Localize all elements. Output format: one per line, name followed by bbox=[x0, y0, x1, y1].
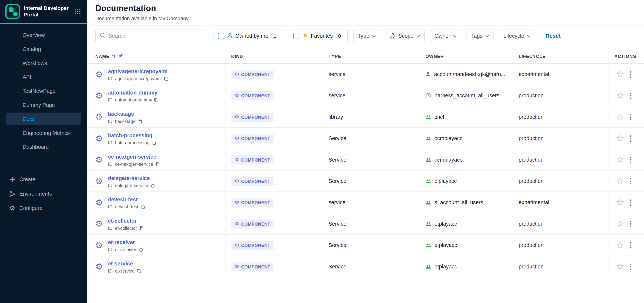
type-value: Service bbox=[328, 242, 346, 248]
favorite-star-icon[interactable] bbox=[617, 220, 624, 227]
sidebar-item-workflows[interactable]: Workflows bbox=[6, 57, 81, 69]
copy-icon[interactable] bbox=[152, 140, 156, 145]
favorite-star-icon[interactable] bbox=[617, 199, 624, 206]
sidebar-item-overview[interactable]: Overview bbox=[6, 29, 81, 41]
favorite-star-icon[interactable] bbox=[617, 156, 624, 163]
actions-cell bbox=[608, 235, 644, 255]
column-label: NAME bbox=[95, 54, 110, 59]
entity-name-link[interactable]: ce-nextgen-service bbox=[108, 154, 156, 160]
kebab-menu-icon[interactable] bbox=[630, 242, 631, 248]
filter-dropdown-type[interactable]: Type bbox=[353, 30, 380, 42]
entity-id: ID: et-receiver bbox=[108, 247, 136, 252]
sidebar-item-dummy-page[interactable]: Dummy Page bbox=[6, 99, 81, 111]
kebab-menu-icon[interactable] bbox=[630, 220, 631, 227]
kebab-menu-icon[interactable] bbox=[630, 114, 631, 120]
copy-icon[interactable] bbox=[150, 183, 154, 188]
sort-arrows-icon[interactable]: ⇅ bbox=[112, 54, 116, 59]
group-icon bbox=[426, 263, 431, 269]
owner-cell: etplayacc bbox=[420, 263, 513, 269]
favorites-checkbox[interactable] bbox=[293, 33, 300, 39]
filter-dropdown-tags[interactable]: Tags bbox=[467, 30, 494, 42]
entity-name-link[interactable]: delegate-service bbox=[108, 175, 150, 181]
favorite-star-icon[interactable] bbox=[617, 263, 624, 270]
kebab-menu-icon[interactable] bbox=[630, 92, 631, 99]
lifecycle-cell: production bbox=[513, 263, 609, 269]
favorite-star-icon[interactable] bbox=[617, 113, 624, 120]
table-row: ⚙ agnivagenericrepoyaml ID: agnivageneri… bbox=[86, 64, 644, 85]
column-label: TYPE bbox=[328, 54, 341, 59]
copy-icon[interactable] bbox=[138, 247, 143, 252]
sidebar-item-label: Environments bbox=[19, 191, 52, 197]
owner-value: account/nandeesh.gk@harn... bbox=[434, 71, 505, 77]
search-box[interactable] bbox=[95, 30, 208, 42]
favorite-star-icon[interactable] bbox=[617, 71, 624, 78]
column-header-name[interactable]: NAME ⇅ bbox=[86, 49, 226, 63]
entity-id-line: ID: delegate-service bbox=[108, 183, 154, 188]
entity-name-link[interactable]: agnivagenericrepoyaml bbox=[108, 68, 168, 74]
owner-cell: cncf bbox=[420, 114, 513, 120]
search-icon bbox=[100, 32, 106, 40]
lifecycle-value: production bbox=[519, 157, 544, 163]
copy-icon[interactable] bbox=[139, 226, 144, 230]
owner-cell: ccmplayacc bbox=[420, 135, 513, 141]
apps-grid-icon[interactable] bbox=[74, 8, 82, 16]
entity-name-link[interactable]: et-collector bbox=[108, 218, 137, 224]
pin-icon[interactable] bbox=[118, 54, 123, 59]
group-icon bbox=[426, 157, 431, 163]
sidebar-item-api[interactable]: API bbox=[6, 71, 81, 83]
table-body: ⚙ agnivagenericrepoyaml ID: agnivageneri… bbox=[86, 64, 644, 277]
copy-icon[interactable] bbox=[138, 119, 142, 124]
name-cell: ⚙ devesh-test ID: devesh-test bbox=[86, 192, 226, 213]
entity-name-link[interactable]: devesh-test bbox=[108, 196, 138, 203]
entity-name-link[interactable]: et-receiver bbox=[108, 239, 135, 245]
sidebar-item-docs[interactable]: Docs bbox=[6, 113, 81, 125]
kind-badge-label: COMPONENT bbox=[241, 243, 270, 247]
gear-icon: ⚙ bbox=[235, 136, 239, 140]
entity-name-link[interactable]: et-service bbox=[108, 261, 133, 267]
sidebar-item-create[interactable]: Create bbox=[6, 172, 81, 187]
filter-dropdown-lifecycle[interactable]: Lifecycle bbox=[499, 30, 535, 42]
name-cell: ⚙ ce-nextgen-service ID: ce-nextgen-serv… bbox=[86, 149, 226, 170]
kebab-menu-icon[interactable] bbox=[630, 263, 631, 270]
kebab-menu-icon[interactable] bbox=[630, 156, 631, 163]
filter-dropdown-owner[interactable]: Owner bbox=[430, 30, 462, 42]
copy-icon[interactable] bbox=[137, 269, 141, 273]
favorite-star-icon[interactable] bbox=[617, 92, 624, 99]
sidebar-item-catalog[interactable]: Catalog bbox=[6, 43, 81, 55]
sidebar-item-engineering-metrics[interactable]: Engineering Metrics bbox=[6, 127, 81, 139]
reset-filters-link[interactable]: Reset bbox=[546, 33, 561, 39]
sidebar-footer-nav: CreateEnvironments⚙Configure bbox=[0, 172, 86, 215]
sidebar-item-label: TestNewPage bbox=[22, 88, 56, 94]
favorite-star-icon[interactable] bbox=[617, 242, 624, 249]
sidebar-item-testnewpage[interactable]: TestNewPage bbox=[6, 85, 81, 97]
filter-dropdown-scope[interactable]: Scope bbox=[386, 30, 425, 42]
kebab-menu-icon[interactable] bbox=[630, 178, 631, 184]
component-gear-icon: ⚙ bbox=[95, 91, 103, 100]
copy-icon[interactable] bbox=[140, 205, 145, 209]
favorites-filter[interactable]: Favorites 0 bbox=[288, 30, 348, 42]
sidebar-item-configure[interactable]: ⚙Configure bbox=[6, 201, 81, 215]
owned-by-me-filter[interactable]: Owned by me 1 bbox=[214, 30, 283, 42]
copy-icon[interactable] bbox=[155, 162, 160, 166]
name-block: ce-nextgen-service ID: ce-nextgen-servic… bbox=[108, 153, 160, 166]
owned-by-me-checkbox[interactable] bbox=[218, 33, 224, 39]
search-input[interactable] bbox=[108, 33, 204, 39]
sidebar-item-environments[interactable]: Environments bbox=[6, 187, 81, 201]
entity-name-link[interactable]: automation-dummy bbox=[108, 90, 157, 96]
entity-name-link[interactable]: batch-processing bbox=[108, 132, 152, 138]
entity-id-line: ID: et-receiver bbox=[108, 247, 143, 252]
dropdown-label: Owner bbox=[434, 33, 450, 39]
copy-icon[interactable] bbox=[164, 76, 168, 81]
kebab-menu-icon[interactable] bbox=[630, 199, 631, 206]
sidebar-item-dashboard[interactable]: Dashboard bbox=[6, 140, 81, 153]
favorite-star-icon[interactable] bbox=[617, 177, 624, 184]
entity-name-link[interactable]: backstage bbox=[108, 111, 134, 117]
entity-id-line: ID: agnivagenericrepoyaml bbox=[108, 76, 168, 81]
column-label: KIND bbox=[231, 54, 243, 59]
name-block: delegate-service ID: delegate-service bbox=[108, 174, 154, 188]
kebab-menu-icon[interactable] bbox=[630, 71, 631, 78]
entity-id: ID: backstage bbox=[108, 119, 136, 124]
kebab-menu-icon[interactable] bbox=[630, 135, 631, 142]
copy-icon[interactable] bbox=[154, 98, 159, 102]
favorite-star-icon[interactable] bbox=[617, 135, 624, 142]
